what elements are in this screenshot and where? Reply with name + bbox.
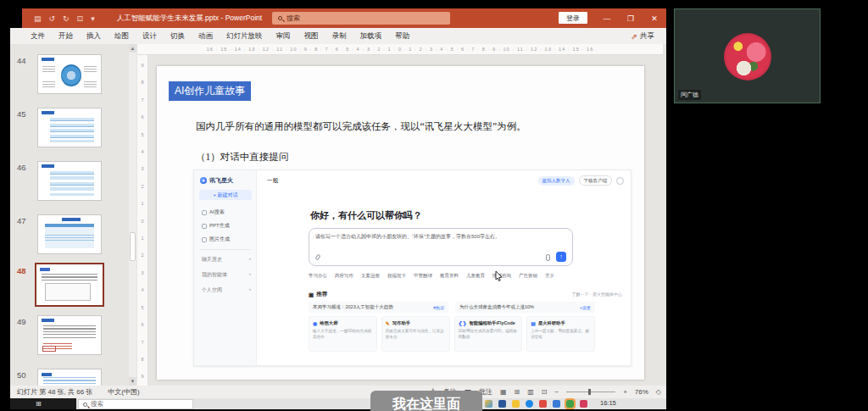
slide-thumbnail-49[interactable] (37, 315, 102, 355)
slide-thumbnail-panel: 44 45 46 47 (10, 44, 136, 386)
slide-thumbnail-48-selected[interactable] (35, 263, 104, 307)
zoom-out-icon[interactable]: − (554, 388, 559, 396)
agent-card-painting[interactable]: ◉绘画大师 输入文字描述，一键30秒内生成精美画作 (309, 316, 377, 352)
zoom-slider-knob[interactable] (588, 389, 591, 395)
sidebar-divider (199, 249, 251, 250)
word-icon[interactable] (498, 400, 506, 408)
tab-draw[interactable]: 绘图 (114, 31, 129, 42)
search-label: 搜索 (287, 14, 300, 23)
scrollbar-thumb[interactable] (130, 232, 136, 261)
tab-ad-marketing[interactable]: 广告营销 (519, 273, 537, 279)
tab-file[interactable]: 文件 (31, 31, 45, 42)
app-icon-pink[interactable] (580, 400, 587, 408)
painting-icon: ◉ (313, 320, 317, 326)
statusbar: 幻灯片 第 48 张, 共 66 张 中文(中国) ≜ 备注 批注 ▦ ⊞ ▥ … (10, 386, 666, 398)
agent-card-research[interactable]: ▤星火科研助手 上传一篇文献，帮你提炼要点、解读答疑 (526, 316, 595, 352)
slide-thumbnail-47[interactable] (37, 214, 102, 254)
download-client-button[interactable]: 下载客户端 (579, 175, 613, 186)
topic-item[interactable]: 本周学习频道：2023人工智能十大趋势 #热议 (309, 302, 448, 313)
tab-design[interactable]: 设计 (142, 31, 157, 42)
tab-record[interactable]: 录制 (332, 31, 347, 42)
thumbnail-scrollbar[interactable]: ▲ ▼ (129, 44, 136, 386)
attachment-icon[interactable] (314, 253, 320, 260)
tab-translation[interactable]: 中英翻译 (414, 273, 432, 279)
browser-icon[interactable] (526, 400, 533, 408)
slideshow-view-icon[interactable]: ⊡ (542, 388, 548, 396)
ribbon-search-box[interactable]: 搜索 (272, 12, 450, 25)
digital-human-button[interactable]: 超拟人数字人 (538, 176, 575, 186)
save-icon[interactable]: ▤ (34, 14, 42, 23)
slide-thumbnail-46[interactable] (37, 161, 102, 201)
meeting-app-icon-active[interactable] (566, 400, 574, 408)
topic-item[interactable]: 为什么全球黄金消费今年或上涨10% +追更 (455, 302, 595, 313)
slideshow-icon[interactable]: ⊡ (77, 14, 84, 23)
tab-education[interactable]: 教育资料 (440, 273, 459, 279)
slide-sorter-icon[interactable]: ⊞ (515, 388, 520, 396)
agent-card-writing[interactable]: ✎写作助手 高效完成文案写作与润色，让表达更专业 (381, 316, 450, 352)
customize-quick-access-icon[interactable]: ▾ (91, 14, 95, 23)
tab-study-office[interactable]: 学习办公 (309, 273, 327, 279)
close-icon[interactable]: ✕ (643, 8, 666, 28)
ribbon-display-options-icon[interactable]: ⊞ (571, 8, 595, 28)
tab-greeting-card[interactable]: 祝福贺卡 (387, 273, 406, 279)
reading-view-icon[interactable]: ▥ (527, 388, 534, 396)
search-icon (83, 403, 87, 407)
slide-thumbnail-50[interactable] (37, 369, 102, 386)
restore-icon[interactable]: ❐ (619, 8, 643, 28)
taskbar-search[interactable]: 搜索 (78, 399, 193, 409)
send-button[interactable]: ↑ (556, 252, 566, 262)
fit-to-window-icon[interactable]: ◇ (656, 388, 661, 396)
sidebar-section-chat-history[interactable]: 聊天历史› (202, 256, 251, 264)
app-icon-blue[interactable] (553, 400, 560, 408)
windows-taskbar: ⊞ 搜索 16:15 (10, 398, 666, 409)
participant-video-tile[interactable]: 闫广德 (674, 8, 821, 103)
app-icon-red[interactable] (539, 400, 547, 408)
user-avatar[interactable] (616, 177, 624, 185)
weather-widget-icon[interactable] (485, 400, 492, 408)
share-icon: ⇗ (631, 32, 637, 41)
sidebar-section-personal-space[interactable]: 个人空间› (202, 286, 251, 294)
tab-more[interactable]: 更多 (545, 273, 554, 279)
minimize-icon[interactable]: — (595, 8, 619, 28)
microphone-icon[interactable] (546, 254, 550, 261)
new-chat-button[interactable]: + 新建对话 (199, 190, 252, 200)
share-button[interactable]: ⇗ 共享 (631, 28, 654, 44)
redo-icon[interactable]: ↻ (63, 14, 70, 23)
chat-input-box[interactable]: 请你写一个适合幼儿园中班的小朋友听的、“环保”主题的故事，字数在500字左右。 … (309, 228, 573, 266)
scroll-up-icon[interactable]: ▲ (129, 44, 136, 53)
sidebar-section-my-agents[interactable]: 我的智能体› (202, 271, 251, 279)
tab-view[interactable]: 视图 (304, 31, 319, 42)
tab-children-education[interactable]: 儿童教育 (466, 273, 485, 279)
slide-thumbnail-45[interactable] (37, 108, 102, 147)
tab-home[interactable]: 开始 (58, 31, 73, 42)
slide-thumbnail-44[interactable] (37, 54, 102, 94)
language-indicator[interactable]: 中文(中国) (108, 387, 139, 397)
file-explorer-icon[interactable] (512, 400, 520, 408)
tab-content-writing[interactable]: 内容写作 (335, 273, 353, 279)
zoom-level[interactable]: 76% (635, 388, 648, 396)
topic-tag: #热议 (433, 305, 444, 310)
tab-review[interactable]: 审阅 (276, 31, 291, 42)
sidebar-item-image-generate[interactable]: 图片生成 (202, 236, 230, 243)
tab-slideshow[interactable]: 幻灯片放映 (226, 31, 263, 42)
zoom-in-icon[interactable]: + (623, 388, 627, 396)
tab-addins[interactable]: 加载项 (360, 31, 382, 42)
tab-help[interactable]: 帮助 (395, 31, 409, 42)
agent-card-coding[interactable]: ❮❯智能编程助手iFlyCode 10秒帮你生成高质量代码，编程效率翻倍 (454, 316, 523, 352)
tab-insert[interactable]: 插入 (86, 31, 101, 42)
normal-view-icon[interactable]: ▦ (500, 388, 507, 396)
zoom-slider[interactable] (566, 392, 615, 392)
undo-icon[interactable]: ↺ (49, 14, 56, 23)
topic-tag: +追更 (580, 305, 591, 310)
slide-canvas[interactable]: AI创作儿童故事 国内几乎所有的通用的模型都可以完成该任务，现以“讯飞星火大模型… (157, 66, 644, 380)
slide-title-chip: AI创作儿童故事 (169, 81, 251, 101)
tab-copywriting[interactable]: 文案运营 (361, 273, 380, 279)
scroll-down-icon[interactable]: ▼ (129, 377, 136, 386)
recommend-more-link[interactable]: 了解一下 · 星火智能体中心 (572, 292, 622, 297)
thumb-number: 44 (17, 56, 36, 65)
tab-transitions[interactable]: 切换 (170, 31, 185, 42)
sidebar-item-ppt-generate[interactable]: PPT生成 (202, 222, 230, 230)
start-button[interactable]: ⊞ (10, 398, 76, 409)
sidebar-item-ai-search[interactable]: AI搜索 (202, 208, 225, 216)
tab-animations[interactable]: 动画 (198, 31, 213, 42)
